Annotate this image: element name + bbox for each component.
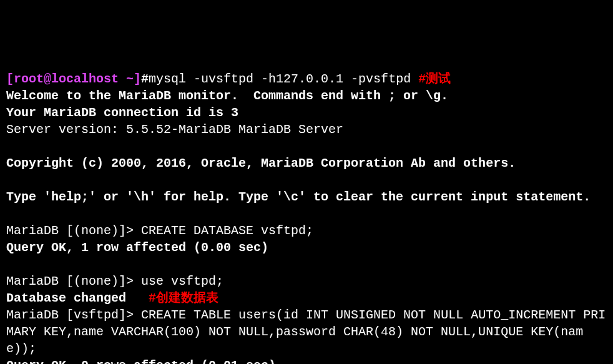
shell-prompt-user: [root@localhost ~] [6, 72, 141, 86]
mariadb-prompt-vsftpd-1: MariaDB [vsftpd]> [6, 308, 141, 322]
welcome-line-1: Welcome to the MariaDB monitor. Commands… [6, 89, 448, 103]
terminal-output[interactable]: [root@localhost ~]#mysql -uvsftpd -h127.… [6, 71, 607, 364]
database-changed: Database changed [6, 291, 126, 305]
mysql-command: mysql -uvsftpd -h127.0.0.1 -pvsftpd [149, 72, 418, 86]
query-ok-1: Query OK, 1 row affected (0.00 sec) [6, 240, 268, 255]
use-database-command: use vsftpd; [141, 274, 223, 288]
mariadb-prompt-none-1: MariaDB [(none)]> [6, 224, 141, 238]
mariadb-prompt-none-2: MariaDB [(none)]> [6, 274, 141, 288]
copyright-line: Copyright (c) 2000, 2016, Oracle, MariaD… [6, 156, 516, 170]
help-line: Type 'help;' or '\h' for help. Type '\c'… [6, 190, 591, 204]
server-version: Server version: 5.5.52-MariaDB MariaDB S… [6, 122, 343, 137]
create-database-command: CREATE DATABASE vsftpd; [141, 224, 313, 238]
comment-test: #测试 [418, 72, 451, 86]
comment-create-table: #创建数据表 [126, 291, 218, 305]
shell-prompt-hash: # [141, 72, 149, 86]
welcome-line-2: Your MariaDB connection id is 3 [6, 106, 238, 120]
query-ok-2: Query OK, 0 rows affected (0.01 sec) [6, 358, 276, 364]
